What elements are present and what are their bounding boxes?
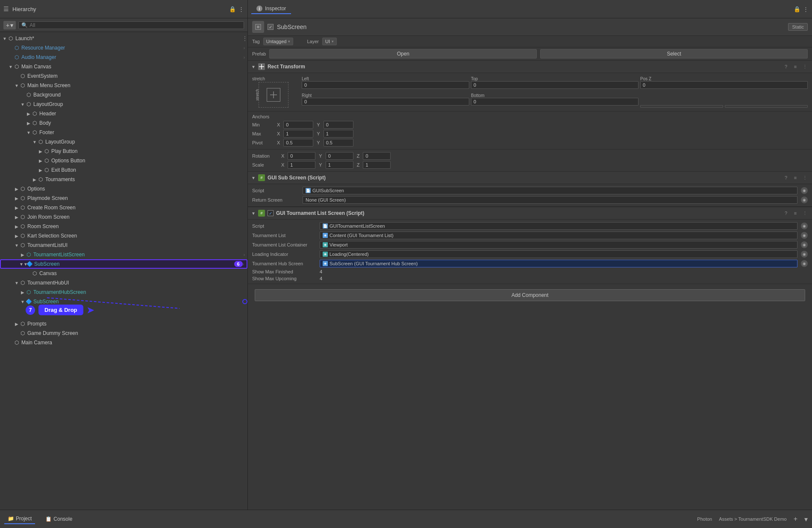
toggle-tournament-list-ui[interactable] xyxy=(14,242,20,248)
static-button[interactable]: Static xyxy=(788,23,808,31)
tree-item-main-menu-screen[interactable]: ⬡ Main Menu Screen xyxy=(0,81,247,90)
tree-item-exit-button[interactable]: ⬡ Exit Button xyxy=(0,165,247,175)
toggle-launch[interactable] xyxy=(2,35,8,41)
gui-sub-screen-header[interactable]: ▼ # GUI Sub Screen (Script) ? ≡ ⋮ xyxy=(248,172,812,184)
gui-tournament-list-settings-button[interactable]: ≡ xyxy=(791,209,799,217)
toggle-body[interactable] xyxy=(26,120,32,126)
toggle-kart-selection-screen[interactable] xyxy=(14,233,20,239)
tree-item-game-dummy-screen[interactable]: ⬡ Game Dummy Screen xyxy=(0,329,247,338)
toggle-tournament-hub-ui[interactable] xyxy=(14,280,20,286)
rot-x-value[interactable]: 0 xyxy=(288,152,315,160)
tree-item-tournament-hub-ui[interactable]: ⬡ TournamentHubUI xyxy=(0,278,247,287)
toggle-play-button[interactable] xyxy=(38,148,44,154)
project-tab[interactable]: 📁 Project xyxy=(4,514,35,524)
tree-item-tournament-list-screen[interactable]: ⬡ TournamentListScreen › xyxy=(0,250,247,259)
tag-dropdown[interactable]: Untagged ▾ xyxy=(263,38,294,45)
inspector-tab[interactable]: i Inspector xyxy=(251,4,291,14)
gui-tournament-list-dots-button[interactable]: ⋮ xyxy=(801,209,809,217)
tree-item-background[interactable]: ⬡ Background xyxy=(0,90,247,100)
toggle-create-room-screen[interactable] xyxy=(14,205,20,211)
tree-item-resource-manager[interactable]: ⬡ Resource Manager › xyxy=(0,43,247,53)
tournament-hub-screen-circle-button[interactable]: ◉ xyxy=(801,260,808,267)
gui-tournament-list-enabled-checkbox[interactable]: ✓ xyxy=(268,210,274,216)
tree-item-canvas[interactable]: ⬡ Canvas xyxy=(0,269,247,278)
tournament-script-circle-button[interactable]: ◉ xyxy=(801,223,808,229)
inspector-lock-button[interactable]: 🔒 xyxy=(794,6,800,12)
gui-tournament-list-header[interactable]: ▼ # ✓ GUI Tournament List Screen (Script… xyxy=(248,207,812,220)
toggle-footer-layout-group[interactable] xyxy=(32,139,38,145)
top-value[interactable]: 0 xyxy=(471,81,638,89)
hierarchy-search-input[interactable] xyxy=(29,22,241,28)
scale-x-value[interactable]: 1 xyxy=(288,161,315,169)
tree-item-body[interactable]: ⬡ Body xyxy=(0,118,247,128)
tree-item-header[interactable]: ⬡ Header xyxy=(0,109,247,118)
tree-item-prompts[interactable]: ⬡ Prompts xyxy=(0,319,247,329)
tree-item-main-camera[interactable]: ⬡ Main Camera xyxy=(0,338,247,347)
tree-item-join-room-screen[interactable]: ⬡ Join Room Screen xyxy=(0,212,247,222)
hierarchy-lock-button[interactable]: 🔒 xyxy=(229,6,236,12)
tree-item-tournaments[interactable]: ⬡ Tournaments xyxy=(0,175,247,184)
script-circle-button[interactable]: ◉ xyxy=(801,187,808,194)
scale-z-value[interactable]: 1 xyxy=(363,161,391,169)
toggle-playmode-screen[interactable] xyxy=(14,195,20,201)
max-x-value[interactable]: 1 xyxy=(283,130,313,138)
toggle-header[interactable] xyxy=(26,111,32,117)
loading-indicator-circle-button[interactable]: ◉ xyxy=(801,251,808,258)
tree-item-playmode-screen[interactable]: ⬡ Playmode Screen xyxy=(0,194,247,203)
min-x-value[interactable]: 0 xyxy=(283,121,313,129)
go-enabled-checkbox[interactable]: ✓ xyxy=(268,24,274,30)
toggle-tournaments[interactable] xyxy=(32,176,38,182)
launch-dots[interactable]: ⋮ xyxy=(242,35,247,41)
rect-transform-dots-button[interactable]: ⋮ xyxy=(801,63,809,70)
pivot-y-value[interactable]: 0.5 xyxy=(324,139,353,147)
toggle-join-room-screen[interactable] xyxy=(14,214,20,220)
tree-item-room-screen[interactable]: ⬡ Room Screen xyxy=(0,222,247,231)
bottom-dropdown-button[interactable]: ▾ xyxy=(804,515,808,523)
tree-item-play-button[interactable]: ⬡ Play Button xyxy=(0,147,247,156)
inspector-more-button[interactable]: ⋮ xyxy=(803,6,809,12)
toggle-room-screen[interactable] xyxy=(14,223,20,229)
tree-item-launch[interactable]: ⬡ Launch* ⋮ xyxy=(0,34,247,43)
return-screen-circle-button[interactable]: ◉ xyxy=(801,197,808,203)
toggle-tournament-hub-screen[interactable] xyxy=(20,289,26,295)
bottom-value[interactable]: 0 xyxy=(471,98,638,106)
scale-y-value[interactable]: 1 xyxy=(326,161,353,169)
bottom-add-button[interactable]: + xyxy=(794,515,797,523)
gui-sub-screen-settings-button[interactable]: ≡ xyxy=(791,174,799,182)
pivot-x-value[interactable]: 0.5 xyxy=(283,139,313,147)
tree-item-footer[interactable]: ⬡ Footer xyxy=(0,128,247,137)
tree-item-tournament-list-ui[interactable]: ⬡ TournamentListUI xyxy=(0,241,247,250)
gui-sub-screen-help-button[interactable]: ? xyxy=(782,174,790,182)
toggle-layout-group[interactable] xyxy=(20,101,26,107)
tree-item-create-room-screen[interactable]: ⬡ Create Room Screen xyxy=(0,203,247,212)
rot-z-value[interactable]: 0 xyxy=(363,152,391,160)
toggle-options[interactable] xyxy=(14,186,20,192)
toggle-prompts[interactable] xyxy=(14,321,20,327)
tree-item-tournament-hub-screen[interactable]: ⬡ TournamentHubScreen xyxy=(0,287,247,297)
tree-item-subscreen[interactable]: ▼ 🔷 SubScreen 6 › xyxy=(0,259,247,269)
tournament-list-container-circle-button[interactable]: ◉ xyxy=(801,241,808,248)
console-tab[interactable]: 📋 Console xyxy=(42,514,76,524)
toggle-main-menu-screen[interactable] xyxy=(14,82,20,88)
add-component-button[interactable]: Add Component xyxy=(255,289,805,301)
posz-value[interactable]: 0 xyxy=(640,81,808,89)
toggle-subscreen[interactable]: ▼ xyxy=(21,261,26,267)
tree-item-options-button[interactable]: ⬡ Options Button xyxy=(0,156,247,165)
tree-item-main-canvas[interactable]: ⬡ Main Canvas xyxy=(0,62,247,71)
tree-item-audio-manager[interactable]: ⬡ Audio Manager › xyxy=(0,53,247,62)
hierarchy-search-box[interactable]: 🔍 xyxy=(18,21,244,29)
tree-item-footer-layout-group[interactable]: ⬡ LayoutGroup xyxy=(0,137,247,147)
tree-item-options[interactable]: ⬡ Options xyxy=(0,184,247,194)
hierarchy-more-button[interactable]: ⋮ xyxy=(238,6,244,12)
min-y-value[interactable]: 0 xyxy=(324,121,353,129)
tournament-list-circle-button[interactable]: ◉ xyxy=(801,232,808,239)
tree-item-layout-group[interactable]: ⬡ LayoutGroup xyxy=(0,100,247,109)
tree-item-kart-selection-screen[interactable]: ⬡ Kart Selection Screen xyxy=(0,231,247,241)
gui-sub-screen-dots-button[interactable]: ⋮ xyxy=(801,174,809,182)
tree-item-event-system[interactable]: ⬡ EventSystem xyxy=(0,71,247,81)
toggle-subscreen2[interactable] xyxy=(20,299,26,305)
rect-transform-help-button[interactable]: ? xyxy=(782,63,790,70)
toggle-main-canvas[interactable] xyxy=(8,64,14,70)
hierarchy-add-button[interactable]: + ▾ xyxy=(3,21,16,29)
toggle-footer[interactable] xyxy=(26,129,32,135)
